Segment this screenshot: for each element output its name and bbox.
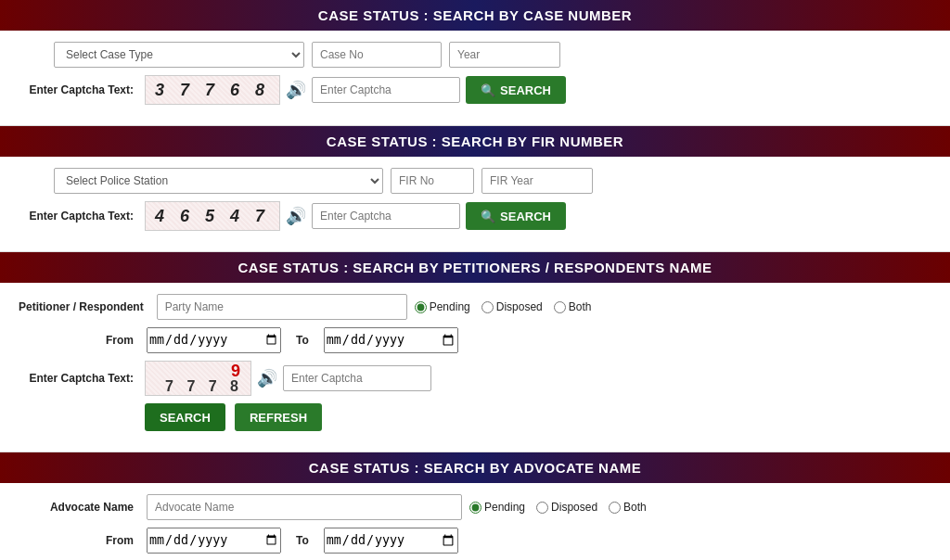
refresh-button-3[interactable]: REFRESH [235, 403, 322, 431]
sound-icon-1[interactable]: 🔊 [286, 80, 306, 100]
advocate-name-input[interactable] [147, 494, 462, 520]
search-button-2[interactable]: 🔍 SEARCH [466, 202, 566, 230]
disposed-radio-input-3[interactable] [481, 301, 494, 313]
search-label-1: SEARCH [500, 83, 551, 97]
captcha-input-3[interactable] [283, 365, 431, 391]
captcha-input-2[interactable] [312, 203, 460, 229]
section2-header: CASE STATUS : SEARCH BY FIR NUMBER [0, 126, 950, 157]
captcha-label-3: Enter Captcha Text: [19, 372, 139, 385]
disposed-radio-4[interactable]: Disposed [536, 501, 597, 514]
section1-title: CASE STATUS : SEARCH BY CASE NUMBER [318, 7, 632, 23]
search-icon-1: 🔍 [481, 83, 495, 97]
captcha-label-2: Enter Captcha Text: [19, 210, 139, 223]
section2-title: CASE STATUS : SEARCH BY FIR NUMBER [327, 134, 623, 149]
captcha-label-1: Enter Captcha Text: [19, 83, 139, 96]
search-label-2: SEARCH [500, 210, 551, 223]
from-date-3[interactable] [147, 327, 281, 353]
from-label-3: From [19, 334, 139, 347]
pending-radio-4[interactable]: Pending [469, 501, 525, 514]
from-label-4: From [19, 534, 139, 547]
section-petitioner: CASE STATUS : SEARCH BY PETITIONERS / RE… [0, 252, 950, 452]
search-button-1[interactable]: 🔍 SEARCH [466, 76, 566, 104]
both-radio-input-4[interactable] [609, 502, 621, 514]
to-date-3[interactable] [324, 327, 458, 353]
section-fir-number: CASE STATUS : SEARCH BY FIR NUMBER Selec… [0, 126, 950, 252]
fir-no-input[interactable] [391, 168, 474, 194]
section-case-number: CASE STATUS : SEARCH BY CASE NUMBER Sele… [0, 0, 950, 126]
search-label-3: SEARCH [160, 411, 211, 425]
police-station-select[interactable]: Select Police Station [54, 168, 383, 194]
from-date-4[interactable] [147, 528, 281, 554]
advocate-label: Advocate Name [19, 501, 139, 514]
disposed-radio-3[interactable]: Disposed [481, 300, 543, 313]
year-input[interactable] [449, 42, 560, 68]
pending-radio-input-4[interactable] [469, 502, 481, 514]
captcha-input-1[interactable] [312, 77, 460, 103]
captcha-image-1: 3 7 7 6 8 [145, 75, 280, 105]
to-label-4: To [296, 534, 309, 547]
to-date-4[interactable] [324, 528, 458, 554]
sound-icon-3[interactable]: 🔊 [257, 368, 277, 388]
both-radio-input-3[interactable] [554, 301, 566, 313]
section3-header: CASE STATUS : SEARCH BY PETITIONERS / RE… [0, 252, 950, 283]
search-button-3[interactable]: SEARCH [145, 403, 225, 431]
status-radio-group-3: Pending Disposed Both [415, 300, 592, 313]
pending-radio-input-3[interactable] [415, 301, 427, 313]
refresh-label-3: REFRESH [250, 411, 307, 425]
captcha-image-2: 4 6 5 4 7 [145, 201, 280, 231]
both-radio-4[interactable]: Both [609, 501, 647, 514]
petitioner-label: Petitioner / Respondent [19, 300, 149, 313]
pending-radio-3[interactable]: Pending [415, 300, 470, 313]
both-radio-3[interactable]: Both [554, 300, 592, 313]
sound-icon-2[interactable]: 🔊 [286, 206, 306, 226]
status-radio-group-4: Pending Disposed Both [469, 501, 647, 514]
section4-header: CASE STATUS : SEARCH BY ADVOCATE NAME [0, 452, 950, 483]
case-no-input[interactable] [312, 42, 442, 68]
case-type-select[interactable]: Select Case Type Civil Criminal Writ Pet… [54, 42, 304, 68]
section-advocate: CASE STATUS : SEARCH BY ADVOCATE NAME Ad… [0, 452, 950, 560]
to-label-3: To [296, 334, 309, 347]
fir-year-input[interactable] [481, 168, 593, 194]
search-icon-2: 🔍 [481, 210, 495, 223]
captcha-image-3: 9 7 7 7 8 [145, 361, 251, 396]
section3-title: CASE STATUS : SEARCH BY PETITIONERS / RE… [238, 260, 712, 275]
section4-title: CASE STATUS : SEARCH BY ADVOCATE NAME [309, 460, 642, 476]
disposed-radio-input-4[interactable] [536, 502, 548, 514]
party-name-input[interactable] [157, 294, 407, 320]
section1-header: CASE STATUS : SEARCH BY CASE NUMBER [0, 0, 950, 31]
